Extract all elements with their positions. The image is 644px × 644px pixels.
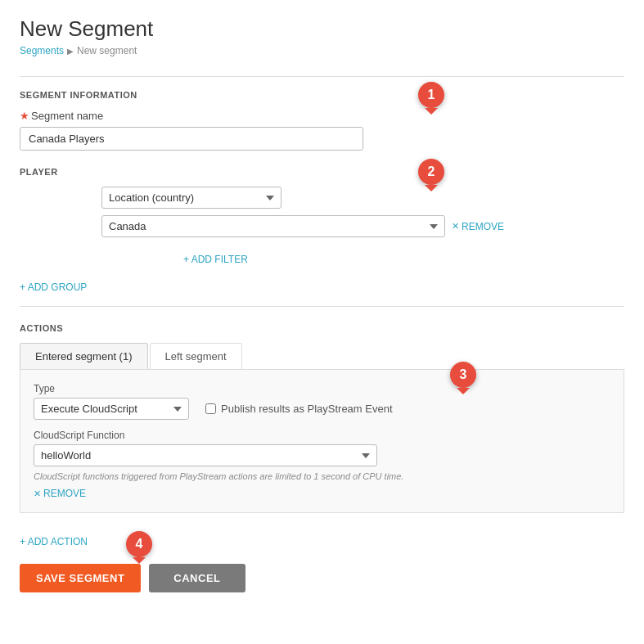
publish-checkbox-label[interactable]: Publish results as PlayStream Event bbox=[205, 403, 393, 415]
x-icon-action: ✕ bbox=[34, 489, 41, 499]
cloudscript-function-select[interactable]: helloWorld bbox=[34, 444, 377, 466]
callout-2: 2 bbox=[418, 159, 444, 185]
actions-section-title: ACTIONS bbox=[20, 323, 624, 333]
section-divider-2 bbox=[20, 306, 624, 307]
tab-left-segment[interactable]: Left segment bbox=[150, 343, 242, 369]
add-filter-link[interactable]: + ADD FILTER bbox=[183, 254, 248, 265]
publish-checkbox[interactable] bbox=[205, 403, 216, 414]
bottom-buttons: 4 SAVE SEGMENT CANCEL bbox=[20, 564, 624, 592]
filter-value-select[interactable]: Canada bbox=[101, 215, 445, 237]
callout-3: 3 bbox=[450, 362, 476, 388]
cloudscript-note: CloudScript functions triggered from Pla… bbox=[34, 471, 610, 481]
segment-name-input[interactable] bbox=[20, 127, 363, 151]
page-title: New Segment bbox=[20, 16, 153, 42]
segment-name-label: ★Segment name bbox=[20, 110, 624, 122]
remove-action-label: REMOVE bbox=[43, 488, 86, 499]
type-label: Type bbox=[34, 383, 610, 394]
section-divider bbox=[20, 76, 624, 77]
x-icon: ✕ bbox=[452, 221, 459, 232]
cancel-button[interactable]: CANCEL bbox=[149, 564, 245, 592]
remove-filter-link[interactable]: ✕ REMOVE bbox=[452, 221, 504, 232]
cloudscript-label: CloudScript Function bbox=[34, 430, 610, 441]
breadcrumb: Segments ▶ New segment bbox=[20, 45, 153, 56]
remove-action-link[interactable]: ✕ REMOVE bbox=[34, 488, 86, 499]
breadcrumb-parent[interactable]: Segments bbox=[20, 45, 64, 56]
add-group-link[interactable]: + ADD GROUP bbox=[20, 281, 87, 293]
player-section-title: PLAYER bbox=[20, 167, 624, 177]
required-star: ★ bbox=[20, 110, 29, 122]
breadcrumb-arrow: ▶ bbox=[67, 47, 74, 56]
add-action-link[interactable]: + ADD ACTION bbox=[20, 536, 88, 547]
publish-label: Publish results as PlayStream Event bbox=[221, 403, 393, 415]
tab-content: 3 Type Execute CloudScript Publish resul… bbox=[20, 370, 624, 513]
segment-info-title: SEGMENT INFORMATION bbox=[20, 90, 624, 100]
filter-type-select[interactable]: Location (country) bbox=[101, 187, 281, 209]
tab-entered-segment[interactable]: Entered segment (1) bbox=[20, 343, 148, 369]
remove-filter-label: REMOVE bbox=[462, 221, 504, 232]
tabs-container: Entered segment (1) Left segment bbox=[20, 343, 624, 370]
action-type-select[interactable]: Execute CloudScript bbox=[34, 398, 189, 420]
callout-4: 4 bbox=[126, 531, 152, 557]
save-segment-button[interactable]: SAVE SEGMENT bbox=[20, 564, 141, 592]
callout-1: 1 bbox=[418, 82, 444, 108]
breadcrumb-current: New segment bbox=[77, 45, 137, 56]
